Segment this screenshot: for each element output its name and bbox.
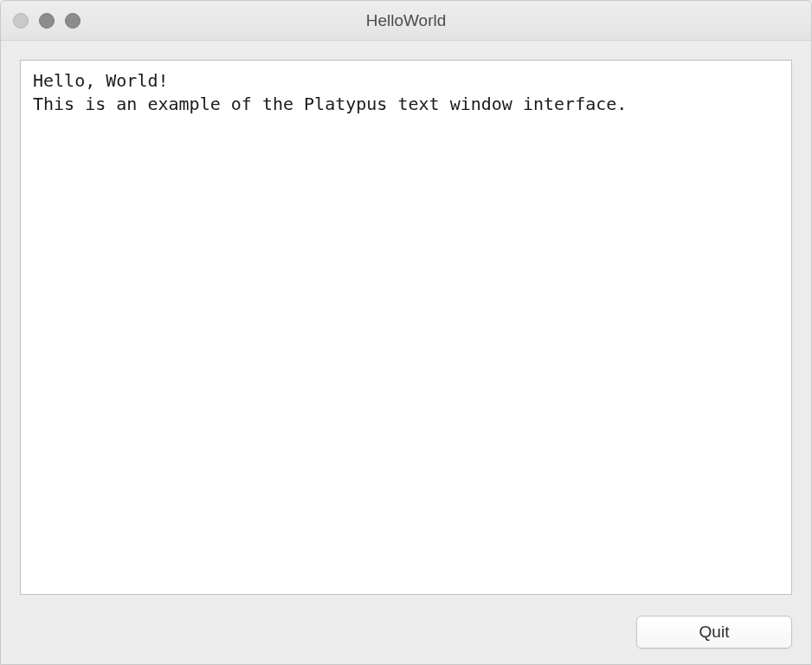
window-title: HelloWorld [1,11,811,30]
titlebar[interactable]: HelloWorld [1,1,811,41]
text-output[interactable]: Hello, World! This is an example of the … [20,60,792,595]
button-bar: Quit [1,605,811,664]
content-area: Hello, World! This is an example of the … [1,41,811,605]
quit-button[interactable]: Quit [636,616,792,649]
zoom-icon[interactable] [65,13,81,29]
close-icon[interactable] [13,13,29,29]
minimize-icon[interactable] [39,13,55,29]
traffic-lights [13,13,81,29]
app-window: HelloWorld Hello, World! This is an exam… [0,0,812,665]
